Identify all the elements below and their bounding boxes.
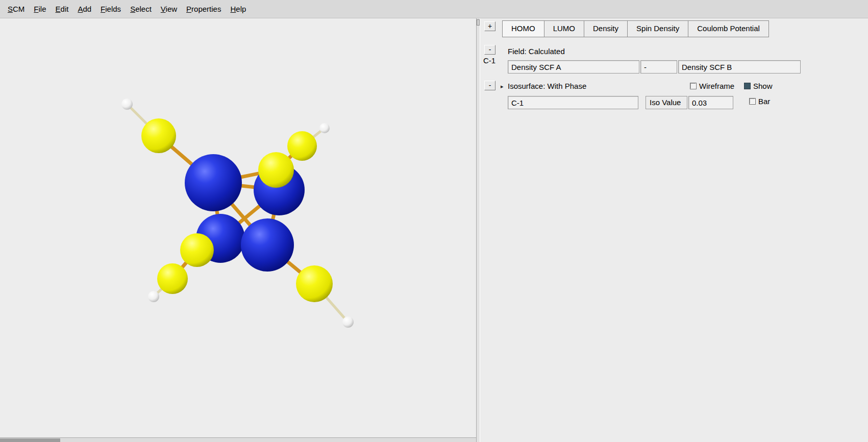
density-scf-a-input[interactable] — [508, 60, 639, 73]
panel-splitter[interactable] — [476, 18, 480, 442]
field-tabs: HOMO LUMO Density Spin Density Coulomb P… — [503, 20, 769, 37]
horizontal-scrollbar-thumb[interactable] — [0, 438, 60, 442]
menu-select[interactable]: Select — [126, 2, 156, 16]
atom-white[interactable] — [121, 99, 133, 110]
menu-edit[interactable]: Edit — [51, 2, 73, 16]
show-checkbox-row[interactable]: Show — [744, 82, 773, 90]
atom-white[interactable] — [148, 291, 159, 302]
isosurface-name-input[interactable] — [508, 96, 638, 109]
menu-bar: SCM File Edit Add Fields Select View Pro… — [0, 0, 868, 18]
horizontal-scrollbar[interactable] — [0, 437, 476, 442]
wireframe-label: Wireframe — [699, 82, 734, 90]
field-operator-input[interactable] — [640, 60, 677, 73]
fields-panel: + HOMO LUMO Density Spin Density Coulomb… — [480, 18, 868, 442]
atom-yellow[interactable] — [157, 263, 188, 294]
atom-blue[interactable] — [185, 154, 242, 211]
tab-coulomb-potential[interactable]: Coulomb Potential — [688, 20, 769, 37]
atom-yellow[interactable] — [180, 233, 214, 267]
field-row-id: C-1 — [483, 56, 495, 65]
atom-white[interactable] — [319, 123, 330, 133]
atom-yellow[interactable] — [287, 131, 317, 161]
tab-density[interactable]: Density — [584, 20, 628, 37]
bar-checkbox-row[interactable]: Bar — [749, 97, 770, 106]
collapse-field-button[interactable]: - — [484, 45, 495, 55]
menu-add[interactable]: Add — [73, 2, 96, 16]
expander-arrow-icon[interactable]: ▸ — [501, 83, 504, 90]
atom-blue[interactable] — [241, 218, 294, 272]
menu-fields[interactable]: Fields — [96, 2, 126, 16]
wireframe-checkbox[interactable] — [690, 83, 697, 89]
density-scf-b-input[interactable] — [678, 60, 801, 73]
iso-value-menu-button[interactable]: Iso Value — [646, 96, 687, 109]
bar-checkbox[interactable] — [749, 98, 756, 105]
show-checkbox[interactable] — [744, 83, 751, 89]
menu-view[interactable]: View — [156, 2, 182, 16]
menu-file[interactable]: File — [29, 2, 51, 16]
tab-lumo[interactable]: LUMO — [544, 20, 584, 37]
atom-yellow[interactable] — [141, 118, 176, 153]
app-window: SCM File Edit Add Fields Select View Pro… — [0, 0, 868, 442]
menu-scm[interactable]: SCM — [3, 2, 29, 16]
bar-label: Bar — [758, 97, 770, 106]
molecule-viewport[interactable] — [0, 18, 476, 442]
show-label: Show — [753, 82, 773, 90]
isosurface-section-title: Isosurface: With Phase — [508, 82, 586, 90]
splitter-grip-icon[interactable] — [477, 19, 480, 26]
atom-white[interactable] — [342, 316, 354, 328]
atom-yellow[interactable] — [258, 152, 294, 188]
menu-properties[interactable]: Properties — [182, 2, 226, 16]
iso-value-input[interactable] — [688, 96, 733, 109]
add-field-button[interactable]: + — [484, 21, 495, 31]
atom-yellow[interactable] — [296, 265, 333, 302]
wireframe-checkbox-row[interactable]: Wireframe — [690, 82, 734, 90]
field-section-title: Field: Calculated — [508, 47, 565, 56]
menu-help[interactable]: Help — [226, 2, 251, 16]
molecule-svg[interactable] — [0, 18, 476, 442]
tab-spin-density[interactable]: Spin Density — [627, 20, 688, 37]
tab-homo[interactable]: HOMO — [502, 20, 544, 37]
collapse-isosurface-button[interactable]: - — [484, 81, 495, 90]
